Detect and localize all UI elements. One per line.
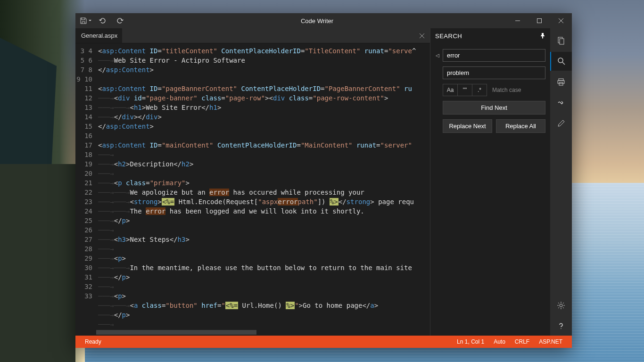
replace-next-button[interactable]: Replace Next [443, 119, 492, 133]
redo-button[interactable] [112, 14, 127, 27]
status-encoding[interactable]: Auto [489, 338, 510, 345]
line-gutter: 3 4 5 6 7 8 9 10 11 12 13 14 15 16 17 18… [75, 43, 96, 336]
horizontal-scrollbar[interactable] [96, 329, 430, 336]
expand-icon[interactable]: ◁ [435, 53, 440, 58]
svg-rect-6 [559, 82, 563, 85]
svg-point-3 [558, 58, 563, 63]
help-icon[interactable] [550, 317, 572, 336]
search-input[interactable] [443, 49, 545, 62]
close-icon [418, 32, 426, 40]
close-button[interactable] [550, 13, 572, 28]
svg-rect-2 [560, 39, 564, 44]
titlebar: Code Writer [75, 13, 572, 28]
search-panel-title: SEARCH [435, 33, 462, 40]
status-position[interactable]: Ln 1, Col 1 [452, 338, 489, 345]
scrollbar-thumb[interactable] [96, 330, 256, 335]
tab-label: General.aspx [81, 32, 117, 39]
share-icon[interactable] [550, 93, 572, 112]
tab-bar: General.aspx [75, 28, 430, 43]
match-case-toggle[interactable]: Aa [443, 84, 458, 96]
match-whole-word-toggle[interactable]: "" [457, 84, 472, 96]
settings-icon[interactable] [550, 296, 572, 315]
app-window: Code Writer General.aspx 3 4 5 6 7 8 9 1… [75, 13, 572, 348]
clipboard-icon[interactable] [550, 31, 572, 50]
code-content[interactable]: <asp:Content ID="titleContent" ContentPl… [96, 43, 430, 336]
status-ready: Ready [80, 338, 106, 345]
pin-icon[interactable] [540, 33, 545, 39]
tool-strip [550, 28, 572, 336]
svg-point-7 [560, 304, 562, 307]
replace-all-button[interactable]: Replace All [496, 119, 545, 133]
match-case-label: Match case [492, 87, 521, 93]
replace-input[interactable] [443, 66, 545, 79]
svg-rect-5 [558, 81, 564, 83]
minimize-button[interactable] [507, 13, 528, 28]
status-language[interactable]: ASP.NET [534, 338, 567, 345]
svg-rect-0 [537, 19, 542, 23]
search-icon[interactable] [550, 52, 572, 71]
search-panel: SEARCH ◁ Aa "" .* Match case Fin [430, 28, 550, 336]
undo-button[interactable] [95, 14, 110, 27]
code-editor[interactable]: 3 4 5 6 7 8 9 10 11 12 13 14 15 16 17 18… [75, 43, 430, 336]
tab-close[interactable] [414, 28, 430, 43]
edit-icon[interactable] [550, 114, 572, 133]
find-next-button[interactable]: Find Next [443, 101, 545, 115]
window-title: Code Writer [127, 17, 507, 25]
svg-rect-4 [559, 79, 563, 81]
status-bar: Ready Ln 1, Col 1 Auto CRLF ASP.NET [75, 336, 572, 348]
status-eol[interactable]: CRLF [510, 338, 534, 345]
print-icon[interactable] [550, 73, 572, 91]
svg-point-8 [561, 328, 561, 329]
save-button[interactable] [78, 14, 93, 27]
regex-toggle[interactable]: .* [472, 84, 487, 96]
document-tab[interactable]: General.aspx [75, 28, 123, 43]
maximize-button[interactable] [528, 13, 550, 28]
